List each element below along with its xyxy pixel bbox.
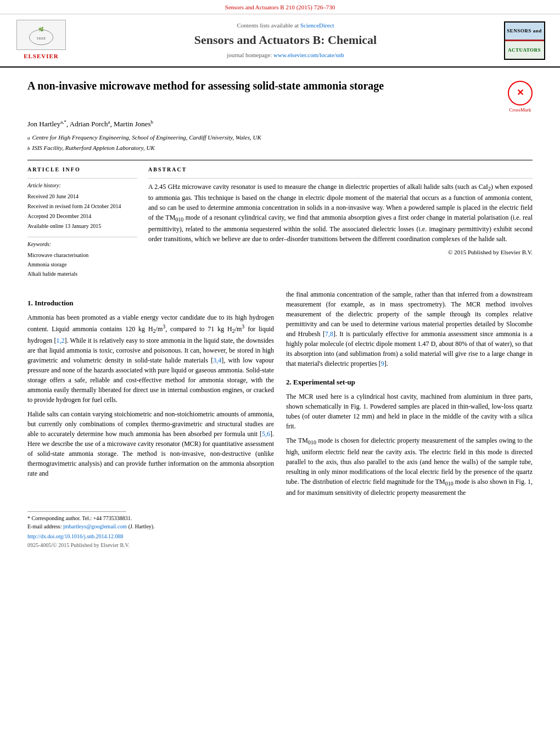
- affiliation-b: b ISIS Facility, Rutherford Appleton Lab…: [27, 143, 533, 153]
- intro-paragraph-1: Ammonia has been promoted as a viable en…: [27, 313, 274, 404]
- intro-paragraph-2: Halide salts can contain varying stoichi…: [27, 409, 274, 478]
- author-jones: Martin Jones: [114, 120, 151, 129]
- info-top-divider: [27, 178, 137, 178]
- footnote-divider: [27, 511, 126, 512]
- sensors-logo-bottom: ACTUATORS: [505, 41, 544, 59]
- accepted-date: Accepted 20 December 2014: [27, 211, 137, 221]
- footnote-area: * Corresponding author. Tel.: +44 773533…: [27, 511, 274, 549]
- author-porch: Adrian Porch: [70, 120, 108, 129]
- body-left-col: 1. Introduction Ammonia has been promote…: [27, 289, 274, 549]
- abstract-text: A 2.45 GHz microwave cavity resonator is…: [148, 182, 533, 244]
- abstract-col: ABSTRACT A 2.45 GHz microwave cavity res…: [148, 166, 533, 278]
- affiliations: a Centre for High Frequency Engineering,…: [27, 133, 533, 153]
- author-hartley: Jon Hartley: [27, 120, 60, 129]
- right-paragraph-3: The TM010 mode is chosen for dielectric …: [286, 436, 533, 498]
- crossmark-icon: ✕: [508, 81, 533, 105]
- info-abstract-section: ARTICLE INFO Article history: Received 2…: [27, 166, 533, 278]
- history-label: Article history:: [27, 182, 137, 189]
- journal-name: Sensors and Actuators B: Chemical: [77, 32, 494, 49]
- citation-text: Sensors and Actuators B 210 (2015) 726–7…: [225, 4, 335, 10]
- homepage-link[interactable]: www.elsevier.com/locate/snb: [273, 52, 344, 58]
- section2-heading: 2. Experimental set-up: [286, 377, 533, 387]
- article-info-col: ARTICLE INFO Article history: Received 2…: [27, 166, 137, 278]
- article-title: A non-invasive microwave method for asse…: [27, 79, 401, 93]
- right-paragraph-2: The MCR used here is a cylindrical host …: [286, 392, 533, 431]
- crossmark: ✕ CrossMark: [508, 81, 533, 114]
- sciencedirect-link[interactable]: ScienceDirect: [300, 22, 334, 29]
- journal-homepage: journal homepage: www.elsevier.com/locat…: [77, 51, 494, 59]
- crossmark-label: CrossMark: [508, 107, 533, 114]
- affiliation-a: a Centre for High Frequency Engineering,…: [27, 133, 533, 143]
- article-info-label: ARTICLE INFO: [27, 166, 137, 174]
- revised-date: Received in revised form 24 October 2014: [27, 202, 137, 211]
- corresponding-author-note: * Corresponding author. Tel.: +44 773533…: [27, 514, 274, 522]
- body-section: 1. Introduction Ammonia has been promote…: [27, 289, 533, 549]
- keyword-1: Microwave characterisation: [27, 250, 137, 260]
- section1-heading: 1. Introduction: [27, 298, 274, 308]
- keywords-label: Keywords:: [27, 241, 137, 248]
- citation-bar: Sensors and Actuators B 210 (2015) 726–7…: [0, 0, 560, 14]
- body-right-col: the final ammonia concentration of the s…: [286, 289, 533, 549]
- keywords-section: Keywords: Microwave characterisation Amm…: [27, 237, 137, 278]
- sciencedirect-line: Contents lists available at ScienceDirec…: [77, 21, 494, 30]
- keywords-divider: [27, 237, 137, 237]
- elsevier-logo-image: 🌿 TREE: [16, 20, 66, 50]
- header-divider: [27, 160, 533, 160]
- svg-text:🌿: 🌿: [38, 27, 44, 32]
- copyright-line: © 2015 Published by Elsevier B.V.: [148, 248, 533, 256]
- authors-line: Jon Hartleya,*, Adrian Porcha, Martin Jo…: [27, 119, 533, 130]
- keyword-3: Alkali halide materials: [27, 269, 137, 278]
- abstract-top-divider: [148, 178, 533, 178]
- received-date: Received 20 June 2014: [27, 192, 137, 202]
- doi-link[interactable]: http://dx.doi.org/10.1016/j.snb.2014.12.…: [27, 533, 274, 540]
- body-two-col: 1. Introduction Ammonia has been promote…: [27, 289, 533, 549]
- sensors-actuators-logo: SENSORS and ACTUATORS: [500, 21, 549, 60]
- keyword-2: Ammonia storage: [27, 260, 137, 269]
- journal-header: 🌿 TREE ELSEVIER Contents lists available…: [0, 14, 560, 67]
- article-container: A non-invasive microwave method for asse…: [0, 68, 560, 560]
- journal-title-center: Contents lists available at ScienceDirec…: [77, 21, 494, 60]
- email-link[interactable]: jmhartleys@googlemail.com: [63, 523, 127, 529]
- abstract-label: ABSTRACT: [148, 166, 533, 174]
- svg-text:TREE: TREE: [36, 36, 46, 40]
- sensors-logo-box: SENSORS and ACTUATORS: [504, 21, 545, 60]
- issn-line: 0925-4005/© 2015 Published by Elsevier B…: [27, 542, 274, 549]
- online-date: Available online 13 January 2015: [27, 221, 137, 231]
- elsevier-label: ELSEVIER: [24, 52, 59, 60]
- sensors-logo-top: SENSORS and: [505, 23, 544, 40]
- elsevier-logo: 🌿 TREE ELSEVIER: [11, 20, 71, 60]
- email-note: E-mail address: jmhartleys@googlemail.co…: [27, 522, 274, 531]
- svg-rect-0: [17, 20, 65, 50]
- right-paragraph-1: the final ammonia concentration of the s…: [286, 289, 533, 369]
- article-dates: Received 20 June 2014 Received in revise…: [27, 192, 137, 231]
